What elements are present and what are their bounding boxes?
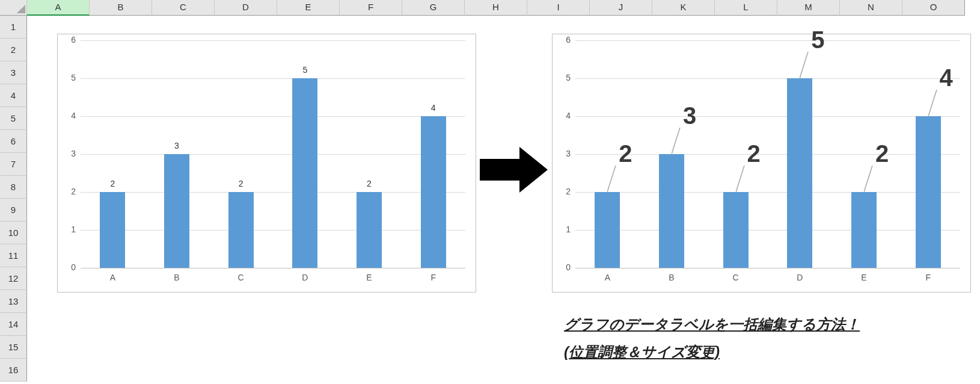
select-all-triangle-icon [0,0,27,16]
chart-x-tick: C [703,273,768,282]
svg-line-7 [928,90,937,116]
chart-gridline [81,40,465,41]
chart-y-tick: 3 [566,149,571,158]
chart-data-label: 2 [870,140,894,167]
column-header-D[interactable]: D [215,0,277,16]
chart-y-tick: 5 [71,73,76,82]
chart-x-tick: C [209,273,273,282]
chart-x-tick: B [640,273,704,282]
column-header-C[interactable]: C [152,0,215,16]
svg-marker-1 [480,147,548,193]
chart-gridline [575,230,960,231]
spreadsheet-sheet: ABCDEFGHIJKLMNO 12345678910111213141516 … [0,0,980,384]
column-header-O[interactable]: O [902,0,965,16]
chart-x-axis [81,268,465,268]
chart-leader-line [928,90,938,117]
chart-x-tick: B [145,273,209,282]
svg-line-5 [800,52,808,78]
chart-bar [292,78,317,268]
chart-bar [421,116,446,268]
chart-data-label: 2 [105,179,120,188]
chart-data-label: 3 [170,141,184,150]
row-header-5[interactable]: 5 [0,107,27,130]
chart-y-tick: 1 [71,225,76,234]
chart-y-tick: 2 [71,187,76,196]
chart-gridline [575,192,960,193]
column-header-B[interactable]: B [90,0,152,16]
row-header-16[interactable]: 16 [0,359,27,382]
chart-gridline [575,40,960,41]
chart-y-tick: 0 [71,262,76,272]
arrow-right-icon [480,147,548,193]
column-header-H[interactable]: H [465,0,527,16]
column-header-J[interactable]: J [590,0,652,16]
chart-x-tick: F [896,273,960,282]
chart-bar [851,192,877,268]
chart-bar [659,154,684,268]
select-all-corner[interactable] [0,0,27,16]
row-header-4[interactable]: 4 [0,84,27,107]
column-header-N[interactable]: N [840,0,902,16]
column-header-I[interactable]: I [527,0,590,16]
chart-data-label: 4 [426,103,441,113]
svg-line-2 [607,166,616,192]
chart-leader-line [672,128,681,155]
chart-data-label: 3 [678,102,702,129]
chart-leader-line [864,166,874,193]
column-header-L[interactable]: L [715,0,777,16]
chart-bar [595,192,620,268]
column-header-K[interactable]: K [652,0,715,16]
chart-y-tick: 4 [71,111,76,120]
column-header-M[interactable]: M [777,0,840,16]
chart-y-tick: 6 [566,35,571,45]
caption-line-1: グラフのデータラベルを一括編集する方法！ [564,311,860,338]
column-header-A[interactable]: A [27,0,90,16]
chart-left[interactable]: 0123456A2B3C2D5E2F4 [57,34,476,293]
chart-bar [916,116,941,268]
row-header-7[interactable]: 7 [0,153,27,176]
chart-y-tick: 2 [566,187,571,196]
chart-data-label: 5 [806,26,830,54]
chart-data-label: 2 [362,179,376,188]
chart-x-tick: A [81,273,145,282]
row-header-10[interactable]: 10 [0,221,27,244]
chart-leader-line [800,52,809,79]
row-header-15[interactable]: 15 [0,336,27,359]
row-header-3[interactable]: 3 [0,61,27,84]
column-header-F[interactable]: F [340,0,402,16]
chart-x-tick: E [832,273,896,282]
svg-line-3 [672,128,680,154]
chart-gridline [575,116,960,117]
chart-right[interactable]: 0123456A2B3C2D5E2F4 [552,34,971,293]
row-header-2[interactable]: 2 [0,39,27,61]
column-header-G[interactable]: G [402,0,465,16]
caption: グラフのデータラベルを一括編集する方法！ (位置調整＆サイズ変更) [564,311,860,365]
svg-line-4 [736,166,744,192]
chart-y-tick: 0 [566,262,571,272]
row-header-13[interactable]: 13 [0,290,27,313]
chart-x-tick: D [768,273,832,282]
chart-bar [228,192,254,268]
chart-bar [100,192,125,268]
chart-x-tick: E [337,273,402,282]
row-header-12[interactable]: 12 [0,267,27,290]
row-header-14[interactable]: 14 [0,313,27,336]
row-header-11[interactable]: 11 [0,244,27,267]
cells-area[interactable]: 0123456A2B3C2D5E2F4 0123456A2B3C2D5E2F4 … [27,16,980,384]
chart-x-tick: D [273,273,337,282]
chart-x-tick: A [575,273,640,282]
chart-leader-line [607,166,617,193]
chart-data-label: 5 [298,65,312,75]
chart-right-plot: 0123456A2B3C2D5E2F4 [575,40,960,268]
chart-data-label: 2 [613,140,637,167]
svg-line-6 [864,166,872,192]
row-header-9[interactable]: 9 [0,199,27,221]
column-header-row: ABCDEFGHIJKLMNO [0,0,965,16]
chart-x-tick: F [401,273,465,282]
row-header-1[interactable]: 1 [0,16,27,39]
row-header-8[interactable]: 8 [0,176,27,199]
chart-x-axis [575,268,960,268]
caption-line-2: (位置調整＆サイズ変更) [564,338,860,366]
column-header-E[interactable]: E [277,0,340,16]
row-header-6[interactable]: 6 [0,130,27,153]
